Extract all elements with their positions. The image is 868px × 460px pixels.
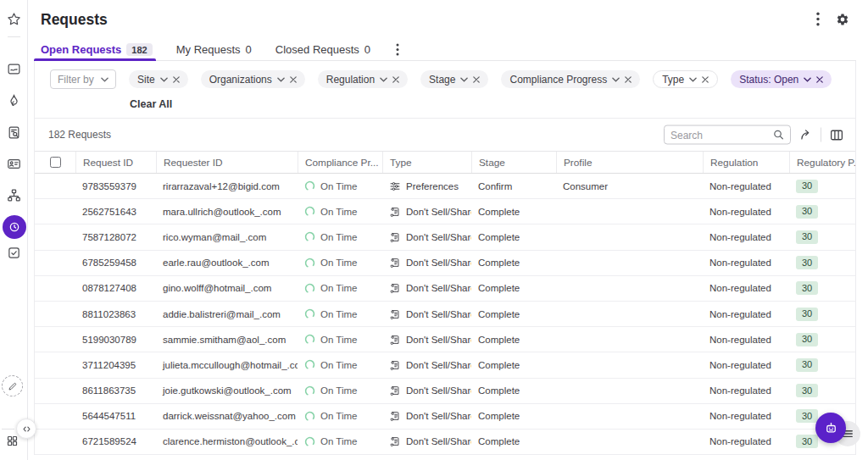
filter-chip-regulation[interactable]: Regulation xyxy=(318,70,408,88)
tabs-more-icon[interactable] xyxy=(396,43,399,56)
tab-closed-requests[interactable]: Closed Requests 0 xyxy=(275,39,370,60)
activity-flame-icon[interactable] xyxy=(7,93,21,108)
cell-compliance: On Time xyxy=(298,359,382,370)
cell-compliance: On Time xyxy=(298,258,382,269)
tab-label: Open Requests xyxy=(41,43,121,56)
remove-filter-icon[interactable] xyxy=(816,76,823,83)
col-regulation[interactable]: Regulation xyxy=(703,152,789,173)
cell-stage: Complete xyxy=(471,411,556,421)
remove-filter-icon[interactable] xyxy=(173,76,180,83)
cell-regulation: Non-regulated xyxy=(703,411,789,421)
data-flows-icon[interactable] xyxy=(7,188,21,202)
cell-request-id: 2562751643 xyxy=(75,207,156,217)
search-input[interactable] xyxy=(670,129,769,141)
chevron-down-icon[interactable] xyxy=(380,77,387,82)
column-chooser-icon[interactable] xyxy=(829,127,844,142)
export-icon[interactable] xyxy=(798,128,813,142)
dashboard-image-icon[interactable] xyxy=(7,62,21,76)
col-regulatory-period[interactable]: Regulatory P... xyxy=(789,152,855,173)
cell-request-id: 9783559379 xyxy=(75,181,156,191)
remove-filter-icon[interactable] xyxy=(702,76,709,83)
sidebar-divider xyxy=(8,36,20,37)
report-search-icon[interactable] xyxy=(7,125,21,140)
table-row[interactable]: 5199030789 sammie.smitham@aol_.com On Ti… xyxy=(35,327,855,352)
col-stage[interactable]: Stage xyxy=(471,152,556,173)
table-row[interactable]: 3711204395 julieta.mccullough@hotmail_.c… xyxy=(35,352,855,378)
chevron-down-icon[interactable] xyxy=(460,77,468,82)
regulatory-days-badge: 30 xyxy=(796,308,818,321)
remove-filter-icon[interactable] xyxy=(392,76,399,83)
table-body: 9783559379 rirarrazaval+12@bigid.com On … xyxy=(35,174,855,455)
cell-type: Don't Sell/Share xyxy=(382,435,471,447)
chevron-down-icon[interactable] xyxy=(612,77,620,82)
table-row[interactable]: 8611863735 joie.gutkowski@outlook_.com O… xyxy=(35,379,855,404)
sliders-icon xyxy=(389,180,401,192)
remove-filter-icon[interactable] xyxy=(290,76,297,83)
cell-request-id: 6721589524 xyxy=(75,436,156,446)
on-time-progress-ring-icon xyxy=(304,258,315,269)
col-profile[interactable]: Profile xyxy=(556,152,703,173)
filter-chip-site[interactable]: Site xyxy=(129,70,188,88)
filter-by-select[interactable]: Filter by xyxy=(50,69,116,89)
tab-count-badge: 182 xyxy=(126,43,152,56)
filter-chip-compliance-progress[interactable]: Compliance Progress xyxy=(501,70,640,88)
col-request-id[interactable]: Request ID xyxy=(75,152,156,173)
filter-chip-stage[interactable]: Stage xyxy=(420,70,488,88)
filter-chip-status-open[interactable]: Status: Open xyxy=(731,70,832,88)
tab-open-requests[interactable]: Open Requests 182 xyxy=(41,39,153,60)
cell-compliance: On Time xyxy=(298,385,382,396)
cell-requester-id: clarence.hermiston@outlook_.com xyxy=(156,436,298,446)
apps-grid-icon[interactable] xyxy=(6,435,19,447)
regulatory-days-badge: 30 xyxy=(796,281,818,295)
table-row[interactable]: 9783559379 rirarrazaval+12@bigid.com On … xyxy=(35,174,855,199)
cell-request-id: 6785259458 xyxy=(75,258,156,268)
remove-filter-icon[interactable] xyxy=(625,76,632,83)
table-row[interactable]: 2562751643 mara.ullrich@outlook_.com On … xyxy=(35,199,855,224)
on-time-progress-ring-icon xyxy=(304,385,315,396)
page-kebab-menu-icon[interactable] xyxy=(816,12,820,26)
table-row[interactable]: 6721589524 clarence.hermiston@outlook_.c… xyxy=(35,430,855,455)
table-row[interactable]: 5644547511 darrick.weissnat@yahoo_.com O… xyxy=(35,404,855,430)
results-count: 182 Requests xyxy=(48,129,111,141)
chevron-down-icon[interactable] xyxy=(277,77,285,82)
tab-my-requests[interactable]: My Requests 0 xyxy=(176,39,252,60)
cell-type: Preferences xyxy=(382,180,471,192)
requests-nav-active[interactable] xyxy=(3,215,26,239)
cell-regulatory-period: 30 xyxy=(789,308,855,321)
favorites-star-icon[interactable] xyxy=(7,12,21,26)
settings-gear-icon[interactable] xyxy=(836,13,849,26)
table-row[interactable]: 6785259458 earle.rau@outlook_.com On Tim… xyxy=(35,251,855,276)
chevron-down-icon[interactable] xyxy=(160,77,168,82)
filter-by-label: Filter by xyxy=(58,74,94,86)
cell-requester-id: julieta.mccullough@hotmail_.com xyxy=(156,360,298,370)
cell-requester-id: mara.ullrich@outlook_.com xyxy=(156,207,298,217)
cell-type: Don't Sell/Share xyxy=(382,231,471,243)
cell-requester-id: gino.wolff@hotmail_.com xyxy=(156,283,298,293)
chevron-down-icon[interactable] xyxy=(804,77,811,82)
chevron-down-icon[interactable] xyxy=(689,77,697,82)
table-row[interactable]: 0878127408 gino.wolff@hotmail_.com On Ti… xyxy=(35,276,855,302)
col-type[interactable]: Type xyxy=(382,152,471,173)
select-all-checkbox[interactable] xyxy=(50,157,61,168)
regulatory-days-badge: 30 xyxy=(796,384,818,397)
edit-pencil-icon[interactable] xyxy=(2,375,23,396)
col-requester-id[interactable]: Requester ID xyxy=(156,152,298,173)
chip-label: Site xyxy=(137,74,155,86)
cell-regulation: Non-regulated xyxy=(703,335,789,345)
col-compliance-progress[interactable]: Compliance Pr... xyxy=(298,152,382,173)
sidebar-collapse-toggle[interactable] xyxy=(16,418,36,439)
regulatory-days-badge: 30 xyxy=(796,409,818,423)
remove-filter-icon[interactable] xyxy=(473,76,480,83)
scroll-icon xyxy=(389,359,401,371)
cell-requester-id: rico.wyman@mail_.com xyxy=(156,232,298,242)
filter-chip-organizations[interactable]: Organizations xyxy=(201,70,305,88)
cell-regulation: Non-regulated xyxy=(703,207,789,217)
id-card-icon[interactable] xyxy=(7,157,21,171)
cell-regulation: Non-regulated xyxy=(703,385,789,396)
tasks-check-icon[interactable] xyxy=(7,246,21,260)
table-row[interactable]: 7587128072 rico.wyman@mail_.com On Time … xyxy=(35,224,855,250)
clear-all-button[interactable]: Clear All xyxy=(130,98,172,110)
filter-chip-type[interactable]: Type xyxy=(653,70,718,88)
table-row[interactable]: 8811023863 addie.balistreri@mail_.com On… xyxy=(35,302,855,327)
ai-assistant-fab[interactable] xyxy=(815,413,846,443)
